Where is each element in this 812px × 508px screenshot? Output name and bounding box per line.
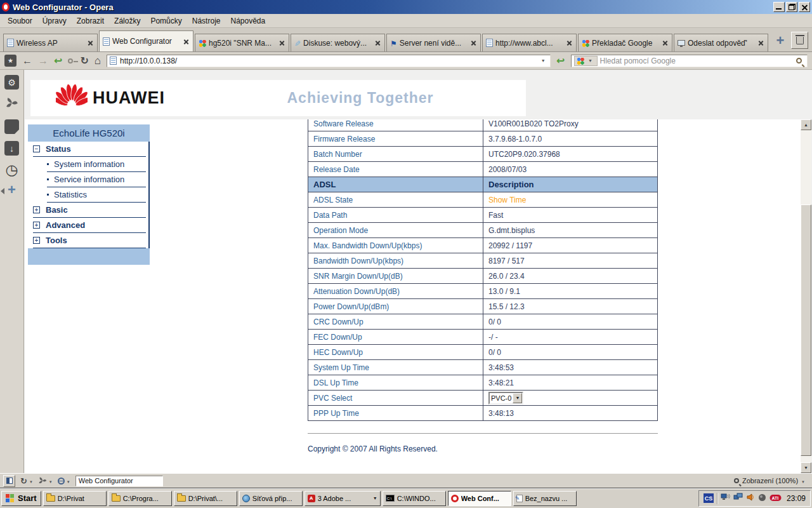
tab-wireless-ap[interactable]: Wireless AP (3, 34, 98, 51)
nav-item-service-information[interactable]: Service information (47, 172, 146, 187)
fast-forward-button[interactable] (556, 56, 565, 66)
reload-button[interactable] (80, 56, 88, 66)
expand-box-icon[interactable] (33, 237, 40, 244)
nav-item-tools[interactable]: Tools (33, 233, 146, 248)
minimize-button[interactable] (773, 2, 785, 12)
pvc-select[interactable]: PVC-0 (488, 392, 523, 404)
taskbar-button-bez-nazvu[interactable]: Bez_nazvu ... (513, 491, 577, 506)
menu-item-pomucky[interactable]: Pomůcky (145, 15, 187, 27)
closed-tabs-trash-button[interactable] (791, 32, 808, 49)
tab-odeslat-odpoved[interactable]: Odeslat odpověď' (674, 34, 768, 51)
brand-slogan: Achieving Together (265, 90, 455, 107)
menu-item-soubor[interactable]: Soubor (3, 15, 37, 27)
forward-button[interactable] (38, 56, 48, 66)
chevron-down-icon (29, 477, 33, 485)
notes-icon[interactable] (4, 119, 19, 134)
tab-close-icon[interactable] (87, 39, 94, 46)
adobe-pdf-icon (308, 495, 315, 502)
unite-swirl-icon[interactable] (5, 97, 18, 112)
status-page-title-field[interactable] (75, 476, 163, 486)
lan-computers-icon[interactable] (733, 493, 743, 504)
back-button[interactable] (22, 56, 32, 66)
tab-close-icon[interactable] (374, 39, 381, 46)
nav-item-advanced[interactable]: Advanced (33, 218, 146, 233)
search-engine-selector[interactable] (574, 56, 598, 66)
volume-speaker-icon[interactable] (746, 493, 755, 504)
tab-diskuse-webovy[interactable]: Diskuse: webový... (291, 34, 385, 51)
nav-item-statistics[interactable]: Statistics (47, 187, 146, 203)
network-signal-icon[interactable] (721, 493, 730, 504)
taskbar-button-d-privat2[interactable]: D:\Privat\... (174, 491, 237, 506)
tab-close-icon[interactable] (757, 39, 764, 46)
search-box[interactable] (571, 55, 808, 67)
add-panel-icon[interactable] (8, 184, 16, 196)
url-dropdown-icon[interactable] (539, 58, 547, 63)
tab-close-icon[interactable] (183, 38, 190, 45)
downloads-icon[interactable] (4, 141, 19, 156)
scrollbar-thumb[interactable] (801, 204, 811, 456)
tab-hg520i-snr[interactable]: hg520i "SNR Ma... (195, 34, 289, 51)
collapse-box-icon[interactable] (33, 145, 40, 152)
tab-www-abcl[interactable]: http://www.abcl... (482, 34, 577, 51)
device-round-icon[interactable] (758, 493, 766, 504)
language-badge[interactable]: CS (704, 493, 714, 503)
new-tab-button[interactable] (772, 32, 789, 49)
panel-strip (0, 70, 24, 473)
unite-menu-button[interactable] (38, 476, 53, 485)
vertical-scrollbar[interactable] (801, 119, 811, 473)
tab-close-icon[interactable] (470, 39, 477, 46)
home-button[interactable] (95, 55, 101, 66)
zoom-label: Zobrazení (100%) (742, 477, 798, 485)
search-icon[interactable] (796, 58, 802, 64)
folder-icon (177, 495, 186, 502)
taskbar-button-adobe-group[interactable]: 3 Adobe ... (304, 491, 381, 506)
tab-server-neni[interactable]: Server není vidě... (386, 34, 481, 51)
taskbar-button-c-progra[interactable]: C:\Progra... (108, 491, 172, 506)
start-button[interactable]: Start (1, 491, 41, 506)
nav-item-status[interactable]: Status (33, 142, 146, 157)
table-row: Firmware Release 3.7.9.68-1.0.7.0 (308, 131, 658, 147)
window-titlebar: Web Configurator - Opera (0, 0, 812, 14)
zoom-control[interactable]: Zobrazení (100%) (734, 477, 805, 485)
table-row: FEC Down/Up -/ - (308, 330, 658, 345)
expand-box-icon[interactable] (33, 206, 40, 213)
nav-item-basic[interactable]: Basic (33, 203, 146, 218)
tab-close-icon[interactable] (278, 39, 285, 46)
scroll-down-button[interactable] (801, 462, 811, 473)
nav-item-system-information[interactable]: System information (47, 157, 146, 172)
menu-item-zobrazit[interactable]: Zobrazit (72, 15, 109, 27)
svg-text:ATI: ATI (771, 496, 778, 500)
history-clock-icon[interactable] (5, 163, 18, 177)
gear-icon[interactable] (4, 75, 19, 90)
table-row: Software Release V100R001B020 TO2Proxy (308, 119, 658, 131)
tab-close-icon[interactable] (662, 39, 669, 46)
ati-icon[interactable]: ATI (769, 493, 782, 504)
taskbar-button-web-configurator[interactable]: Web Conf... (448, 491, 511, 506)
taskbar-button-d-privat[interactable]: D:\Privat (43, 491, 107, 506)
url-input[interactable] (120, 57, 535, 65)
menu-item-napoveda[interactable]: Nápověda (225, 15, 270, 27)
panel-toggle-button[interactable] (3, 475, 15, 487)
scroll-up-button[interactable] (801, 119, 811, 130)
menu-item-upravy[interactable]: Úpravy (37, 15, 72, 27)
turbo-menu-button[interactable] (58, 477, 70, 485)
menu-item-nastroje[interactable]: Nástroje (187, 15, 226, 27)
router-model-title: EchoLife HG520i (28, 124, 150, 142)
close-button[interactable] (799, 2, 810, 12)
menu-item-zalozky[interactable]: Záložky (109, 15, 145, 27)
taskbar-button-sitova-pripojeni[interactable]: Síťová přip... (239, 491, 303, 506)
expand-box-icon[interactable] (33, 222, 40, 229)
tab-close-icon[interactable] (566, 39, 573, 46)
key-icon[interactable] (68, 58, 73, 64)
chevron-down-icon[interactable] (513, 393, 522, 403)
panels-toggle-button[interactable] (4, 55, 16, 67)
rewind-button[interactable] (54, 56, 62, 66)
restore-button[interactable] (786, 2, 797, 12)
panel-collapse-arrow[interactable] (1, 188, 4, 194)
address-field[interactable] (107, 55, 551, 67)
tab-prekladac-google[interactable]: Překladač Google (578, 34, 672, 51)
sync-menu-button[interactable] (20, 476, 33, 486)
tab-web-configurator[interactable]: Web Configurator (99, 30, 193, 51)
taskbar-button-c-windows[interactable]: C:\WINDO... (383, 491, 446, 506)
search-input[interactable] (600, 57, 794, 65)
